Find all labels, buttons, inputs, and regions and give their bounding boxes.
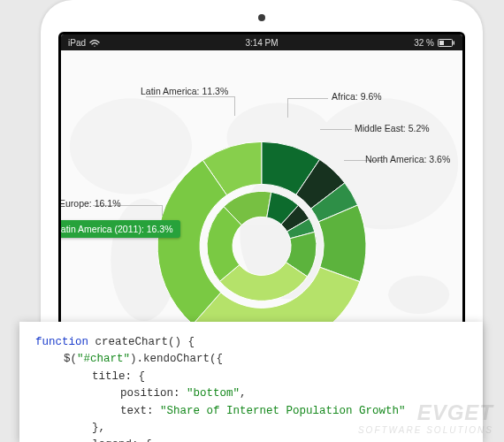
battery-label: 32 % — [414, 38, 434, 48]
watermark-bot: SOFTWARE SOLUTIONS — [358, 425, 493, 435]
label-mideast: Middle East: 5.2% — [355, 123, 430, 133]
camera-icon — [258, 14, 265, 21]
leader-line — [287, 98, 288, 118]
leader-line — [287, 98, 328, 99]
code-line: legend: { — [35, 437, 467, 442]
label-namerica: North America: 3.6% — [365, 154, 450, 164]
code-line: $("#chart").kendoChart({ — [35, 351, 467, 368]
code-line: function createChart() { — [35, 334, 467, 351]
label-europe: Europe: 16.1% — [61, 198, 120, 209]
watermark: EVGET SOFTWARE SOLUTIONS — [358, 400, 493, 435]
status-bar: iPad 3:14 PM 32 % — [61, 34, 462, 50]
code-line: title: { — [35, 369, 467, 385]
watermark-top: EVGET — [358, 400, 493, 425]
leader-line — [320, 129, 352, 130]
carrier-label: iPad — [68, 38, 86, 48]
wifi-icon — [89, 39, 100, 47]
svg-rect-2 — [439, 41, 444, 45]
svg-rect-1 — [454, 41, 455, 44]
leader-line — [146, 96, 234, 97]
leader-line — [234, 96, 235, 116]
chart-tooltip: Latin America (2011): 16.3% — [61, 220, 180, 238]
label-latam: Latin America: 11.3% — [141, 86, 228, 96]
leader-line — [162, 205, 163, 216]
clock-label: 3:14 PM — [245, 38, 278, 48]
label-africa: Africa: 9.6% — [332, 91, 382, 102]
battery-icon — [438, 39, 455, 47]
